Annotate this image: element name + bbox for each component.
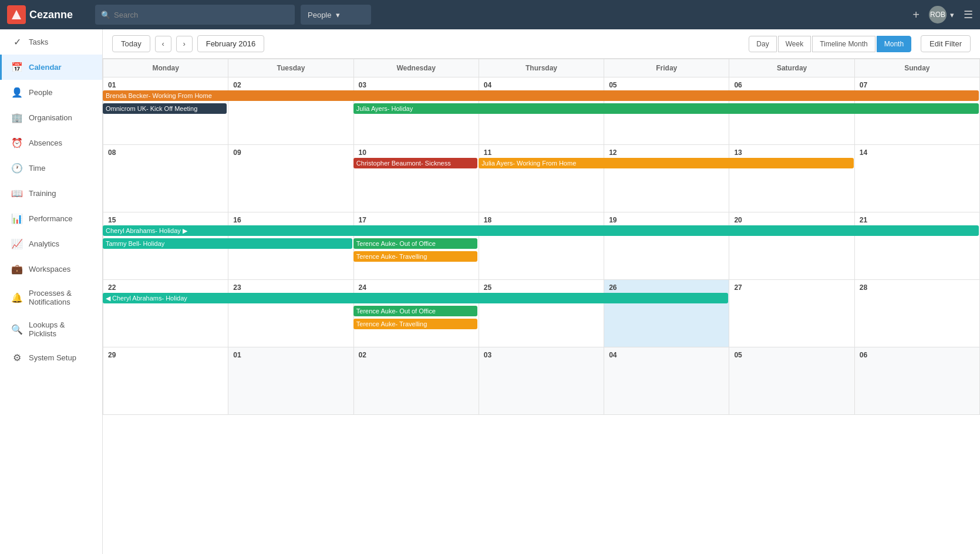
cell-feb08[interactable]: 08 xyxy=(103,145,228,212)
sidebar-item-label-system: System Setup xyxy=(29,353,76,362)
cell-feb21[interactable]: 21 xyxy=(855,212,980,280)
sidebar-item-system[interactable]: ⚙ System Setup xyxy=(0,345,102,370)
day-header-thursday: Thursday xyxy=(479,59,604,77)
week-row-5: 29 01 02 03 04 05 06 xyxy=(103,347,980,415)
cell-feb25[interactable]: 25 xyxy=(479,280,604,347)
event-brenda-becker[interactable]: Brenda Becker- Working From Home xyxy=(103,90,979,101)
cell-feb26[interactable]: 26 xyxy=(604,280,729,347)
sidebar-item-organisation[interactable]: 🏢 Organisation xyxy=(0,105,102,130)
sidebar-item-label-lookups: Lookups & Picklists xyxy=(29,320,93,338)
app-name: Cezanne xyxy=(29,9,73,21)
cell-feb22[interactable]: 22 xyxy=(103,280,228,347)
week-row-1: 01 02 03 04 05 06 07 Brenda Becker- Work… xyxy=(103,77,980,145)
cell-mar03[interactable]: 03 xyxy=(479,347,604,415)
toolbar: Today ‹ › February 2016 Day Week Timelin… xyxy=(103,29,980,59)
day-num: 06 xyxy=(732,80,851,90)
event-cheryl-w4[interactable]: ◀ Cheryl Abrahams- Holiday xyxy=(103,293,728,303)
view-timeline-month-button[interactable]: Timeline Month xyxy=(812,36,875,52)
cell-mar04[interactable]: 04 xyxy=(604,347,729,415)
today-button[interactable]: Today xyxy=(112,35,150,52)
cell-feb02[interactable]: 02 xyxy=(228,77,353,145)
tasks-icon: ✓ xyxy=(11,36,23,48)
week-row-2: 08 09 10 11 12 13 14 Christopher Beaumon… xyxy=(103,145,980,212)
workspaces-icon: 💼 xyxy=(11,264,23,275)
event-terence-ooo-w3[interactable]: Terence Auke- Out of Office xyxy=(353,238,477,249)
week-cells-4: 22 23 24 25 26 27 28 xyxy=(103,280,980,347)
event-cheryl-w3[interactable]: Cheryl Abrahams- Holiday ▶ xyxy=(103,225,979,236)
sidebar-item-label-workspaces: Workspaces xyxy=(29,265,70,273)
search-bar: 🔍 xyxy=(95,5,295,25)
cell-feb19[interactable]: 19 xyxy=(604,212,729,280)
sidebar-item-calendar[interactable]: 📅 Calendar xyxy=(0,55,102,80)
cell-mar05[interactable]: 05 xyxy=(729,347,854,415)
sidebar-item-performance[interactable]: 📊 Performance xyxy=(0,206,102,231)
event-christopher[interactable]: Christopher Beaumont- Sickness xyxy=(353,158,477,168)
cell-mar01[interactable]: 01 xyxy=(228,347,353,415)
week-cells-5: 29 01 02 03 04 05 06 xyxy=(103,347,980,415)
next-button[interactable]: › xyxy=(176,36,193,52)
sidebar-item-label-tasks: Tasks xyxy=(29,38,48,46)
cell-feb27[interactable]: 27 xyxy=(729,280,854,347)
event-terence-ooo-w4[interactable]: Terence Auke- Out of Office xyxy=(353,306,477,316)
sidebar-item-processes[interactable]: 🔔 Processes & Notifications xyxy=(0,282,102,313)
event-terence-travel-w3[interactable]: Terence Auke- Travelling xyxy=(353,251,477,262)
view-day-button[interactable]: Day xyxy=(749,36,776,52)
sidebar-item-time[interactable]: 🕐 Time xyxy=(0,156,102,181)
sidebar-item-people[interactable]: 👤 People xyxy=(0,80,102,105)
sidebar-item-workspaces[interactable]: 💼 Workspaces xyxy=(0,256,102,282)
event-omnicrom[interactable]: Omnicrom UK- Kick Off Meeting xyxy=(103,103,227,114)
add-button[interactable]: + xyxy=(912,8,920,22)
topnav: Cezanne 🔍 People ▾ + ROB ▾ ☰ xyxy=(0,0,980,29)
event-julia-wfh[interactable]: Julia Ayers- Working From Home xyxy=(479,158,853,168)
cell-feb14[interactable]: 14 xyxy=(855,145,980,212)
cell-feb29[interactable]: 29 xyxy=(103,347,228,415)
day-num: 04 xyxy=(481,80,601,90)
cell-feb28[interactable]: 28 xyxy=(855,280,980,347)
sidebar: ✓ Tasks 📅 Calendar 👤 People 🏢 Organisati… xyxy=(0,29,103,554)
calendar-wrap: Monday Tuesday Wednesday Thursday Friday… xyxy=(103,59,980,554)
view-month-button[interactable]: Month xyxy=(877,36,911,52)
avatar-initials: ROB xyxy=(930,11,945,19)
organisation-icon: 🏢 xyxy=(11,112,23,123)
sidebar-item-lookups[interactable]: 🔍 Lookups & Picklists xyxy=(0,313,102,345)
cell-feb18[interactable]: 18 xyxy=(479,212,604,280)
day-num: 05 xyxy=(607,80,726,90)
hamburger-icon[interactable]: ☰ xyxy=(964,8,973,21)
cell-mar02[interactable]: 02 xyxy=(354,347,479,415)
chevron-down-icon: ▾ xyxy=(950,11,954,19)
sidebar-item-label-processes: Processes & Notifications xyxy=(29,289,93,306)
day-header-tuesday: Tuesday xyxy=(228,59,353,77)
cell-feb09[interactable]: 09 xyxy=(228,145,353,212)
analytics-icon: 📈 xyxy=(11,238,23,249)
cell-feb10[interactable]: 10 xyxy=(354,145,479,212)
cell-mar06[interactable]: 06 xyxy=(855,347,980,415)
sidebar-item-label-organisation: Organisation xyxy=(29,113,72,122)
week-cells-2: 08 09 10 11 12 13 14 xyxy=(103,145,980,212)
search-input[interactable] xyxy=(114,11,289,19)
main-content: Today ‹ › February 2016 Day Week Timelin… xyxy=(103,29,980,554)
sidebar-item-label-training: Training xyxy=(29,189,56,198)
cell-feb20[interactable]: 20 xyxy=(729,212,854,280)
day-header-sunday: Sunday xyxy=(855,59,980,77)
scope-dropdown[interactable]: People ▾ xyxy=(301,5,371,25)
week-row-3: 15 16 17 18 19 20 21 Cheryl Abrahams- Ho… xyxy=(103,212,980,280)
event-terence-travel-w4[interactable]: Terence Auke- Travelling xyxy=(353,319,477,329)
cell-feb23[interactable]: 23 xyxy=(228,280,353,347)
day-header-friday: Friday xyxy=(604,59,729,77)
sidebar-item-analytics[interactable]: 📈 Analytics xyxy=(0,231,102,256)
cell-feb13[interactable]: 13 xyxy=(729,145,854,212)
event-tammy[interactable]: Tammy Bell- Holiday xyxy=(103,238,352,249)
cell-feb11[interactable]: 11 xyxy=(479,145,604,212)
edit-filter-button[interactable]: Edit Filter xyxy=(921,35,971,52)
sidebar-item-label-analytics: Analytics xyxy=(29,239,59,248)
user-badge[interactable]: ROB ▾ xyxy=(929,6,954,23)
sidebar-item-absences[interactable]: ⏰ Absences xyxy=(0,130,102,156)
cell-feb12[interactable]: 12 xyxy=(604,145,729,212)
performance-icon: 📊 xyxy=(11,213,23,224)
event-julia-holiday-w1[interactable]: Julia Ayers- Holiday xyxy=(353,103,979,114)
sidebar-item-tasks[interactable]: ✓ Tasks xyxy=(0,29,102,55)
sidebar-item-training[interactable]: 📖 Training xyxy=(0,181,102,206)
view-week-button[interactable]: Week xyxy=(778,36,811,52)
prev-button[interactable]: ‹ xyxy=(155,36,171,52)
sidebar-item-label-performance: Performance xyxy=(29,214,72,223)
